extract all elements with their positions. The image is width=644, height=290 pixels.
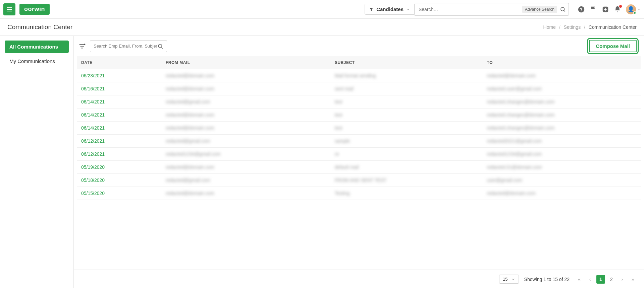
- date-cell[interactable]: 06/23/2021: [81, 73, 105, 78]
- svg-line-15: [161, 47, 162, 48]
- pager: «‹12›»: [575, 275, 637, 284]
- search-scope-label: Candidates: [376, 6, 404, 12]
- pager-last[interactable]: »: [629, 275, 637, 284]
- from-cell: redacted@domain.com: [166, 86, 214, 91]
- from-cell: redacted@gmail.com: [166, 138, 210, 144]
- list-search-input[interactable]: [94, 44, 157, 49]
- to-cell: redacted@domain.com: [487, 73, 536, 78]
- pager-page-2[interactable]: 2: [607, 275, 616, 284]
- hamburger-menu-button[interactable]: [3, 3, 15, 15]
- chevron-down-icon: [406, 7, 410, 11]
- col-date[interactable]: DATE: [77, 56, 162, 69]
- table-header-row: DATE FROM MAIL SUBJECT TO: [77, 56, 641, 69]
- table-row[interactable]: 06/14/2021redacted@domain.comtestredacte…: [77, 122, 641, 135]
- subject-cell: test: [335, 99, 342, 104]
- pager-prev[interactable]: ‹: [586, 275, 594, 284]
- page-size-dropdown[interactable]: 15: [499, 275, 519, 284]
- pager-next[interactable]: ›: [618, 275, 627, 284]
- search-icon[interactable]: [157, 43, 163, 49]
- caret-down-icon: [637, 8, 641, 11]
- subject-cell: sent mail: [335, 86, 354, 91]
- table-row[interactable]: 06/14/2021redacted@domain.comtestredacte…: [77, 108, 641, 122]
- sidebar: All CommunicationsMy Communications: [0, 36, 74, 288]
- pagination-footer: 15 Showing 1 to 15 of 22 «‹12›»: [74, 270, 644, 288]
- global-search-input[interactable]: [419, 7, 522, 12]
- date-cell[interactable]: 06/12/2021: [81, 138, 105, 144]
- date-cell[interactable]: 06/14/2021: [81, 99, 105, 104]
- topbar: oorwin Candidates Advance Search ? 👤: [0, 0, 644, 19]
- presence-indicator: [633, 11, 636, 14]
- breadcrumb-home[interactable]: Home: [543, 24, 556, 30]
- table-row[interactable]: 05/15/2020redacted@domain.comTestingreda…: [77, 187, 641, 200]
- compose-mail-button[interactable]: Compose Mail: [589, 40, 637, 52]
- col-subject[interactable]: SUBJECT: [331, 56, 483, 69]
- table-row[interactable]: 06/12/2021redacted@gmail.comsampleredact…: [77, 135, 641, 148]
- breadcrumb-current: Communication Center: [589, 24, 637, 30]
- to-cell: redacted.changes@domain.com: [487, 125, 555, 131]
- col-from[interactable]: FROM MAIL: [162, 56, 331, 69]
- add-icon[interactable]: [602, 6, 609, 13]
- to-cell: redacted1234@gmail.com: [487, 151, 542, 157]
- flag-icon[interactable]: [590, 6, 597, 13]
- to-cell: redacted@domain.com: [487, 191, 536, 196]
- from-cell: redacted@domain.com: [166, 112, 214, 118]
- to-cell: redacted.changes@domain.com: [487, 99, 555, 104]
- table-row[interactable]: 06/12/2021redacted1234@gmail.comreredact…: [77, 148, 641, 161]
- date-cell[interactable]: 05/19/2020: [81, 164, 105, 170]
- date-cell[interactable]: 06/16/2021: [81, 86, 105, 91]
- subject-cell: re: [335, 151, 339, 157]
- from-cell: redacted@domain.com: [166, 125, 214, 131]
- svg-point-3: [561, 7, 565, 11]
- sidebar-item-my-communications[interactable]: My Communications: [5, 55, 69, 67]
- main-content: Compose Mail DATE FROM MAIL SUBJECT TO 0…: [74, 36, 644, 288]
- chevron-down-icon: [511, 277, 515, 281]
- svg-line-4: [564, 10, 565, 11]
- list-search: [90, 40, 167, 52]
- subject-cell: test: [335, 112, 342, 118]
- from-cell: redacted@gmail.com: [166, 177, 210, 183]
- breadcrumb-settings[interactable]: Settings: [564, 24, 581, 30]
- list-toolbar: Compose Mail: [74, 36, 644, 56]
- pager-first[interactable]: «: [575, 275, 584, 284]
- date-cell[interactable]: 06/12/2021: [81, 151, 105, 157]
- to-cell: redacted2021@gmail.com: [487, 138, 542, 144]
- hamburger-icon: [6, 6, 13, 13]
- notification-dot: [619, 5, 622, 8]
- col-to[interactable]: TO: [483, 56, 641, 69]
- table-row[interactable]: 05/18/2020redacted@gmail.comFROM AND SEN…: [77, 174, 641, 187]
- svg-marker-10: [638, 9, 640, 10]
- help-icon[interactable]: ?: [578, 6, 585, 13]
- table-row[interactable]: 05/19/2020redacted@domain.comdefault mai…: [77, 161, 641, 174]
- logo[interactable]: oorwin: [19, 4, 50, 15]
- table-row[interactable]: 06/23/2021redacted@domain.comMail format…: [77, 69, 641, 82]
- date-cell[interactable]: 06/14/2021: [81, 112, 105, 118]
- subject-cell: default mail: [335, 164, 359, 170]
- notifications-icon[interactable]: [614, 6, 621, 13]
- user-menu[interactable]: 👤: [626, 4, 641, 14]
- svg-point-14: [158, 44, 162, 48]
- search-icon[interactable]: [560, 6, 566, 12]
- table-row[interactable]: 06/16/2021redacted@domain.comsent mailre…: [77, 82, 641, 95]
- subheader: Communication Center Home / Settings / C…: [0, 19, 644, 36]
- date-cell[interactable]: 05/15/2020: [81, 191, 105, 196]
- from-cell: redacted@gmail.com: [166, 99, 210, 104]
- from-cell: redacted1234@gmail.com: [166, 151, 221, 157]
- date-cell[interactable]: 05/18/2020: [81, 177, 105, 183]
- breadcrumb: Home / Settings / Communication Center: [543, 24, 637, 30]
- advance-search-button[interactable]: Advance Search: [522, 6, 557, 13]
- search-input-container: Advance Search: [415, 3, 569, 16]
- to-cell: user@gmail.com: [487, 177, 522, 183]
- sidebar-item-all-communications[interactable]: All Communications: [5, 41, 69, 53]
- from-cell: redacted@domain.com: [166, 191, 214, 196]
- page-title: Communication Center: [7, 23, 72, 31]
- pager-page-1[interactable]: 1: [596, 275, 605, 284]
- topbar-icons: ? 👤: [578, 4, 641, 14]
- search-scope-dropdown[interactable]: Candidates: [365, 4, 415, 15]
- subject-cell: sample: [335, 138, 350, 144]
- date-cell[interactable]: 06/14/2021: [81, 125, 105, 131]
- showing-text: Showing 1 to 15 of 22: [524, 277, 570, 282]
- from-cell: redacted@domain.com: [166, 73, 214, 78]
- subject-cell: test: [335, 125, 342, 131]
- filter-lines-icon[interactable]: [78, 43, 86, 50]
- table-row[interactable]: 06/14/2021redacted@gmail.comtestredacted…: [77, 95, 641, 108]
